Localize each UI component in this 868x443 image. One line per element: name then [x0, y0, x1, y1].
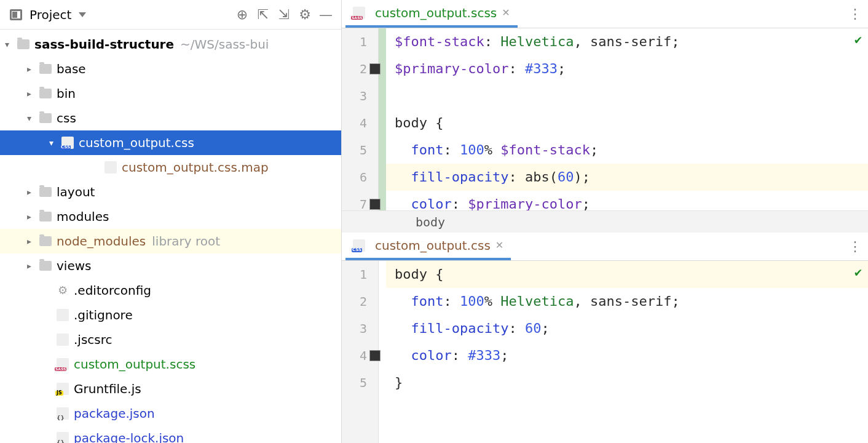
chevron-icon[interactable]: ▸	[27, 89, 36, 98]
tree-item[interactable]: ▸ Gruntfile.js	[0, 377, 341, 401]
tree-item-label: custom_output.scss	[74, 357, 195, 372]
editor-bottom[interactable]: 12345 ✔ body { font: 100% Helvetica, san…	[342, 261, 868, 443]
tree-item-label: css	[57, 111, 76, 126]
tree-item-label: node_modules	[57, 234, 146, 249]
tree-item-suffix: library root	[152, 234, 220, 249]
more-icon[interactable]: ⋮	[842, 0, 868, 28]
chevron-icon[interactable]: ▸	[27, 212, 36, 222]
project-icon	[10, 9, 22, 20]
tree-item-label: base	[57, 62, 86, 76]
tree-item[interactable]: ▸ .jscsrc	[0, 327, 341, 352]
code-line[interactable]: body {	[386, 261, 868, 288]
inspection-ok-icon[interactable]: ✔	[854, 265, 862, 279]
tree-item-label: package.json	[74, 406, 155, 421]
inspection-ok-icon[interactable]: ✔	[854, 32, 862, 47]
code-line[interactable]: $primary-color: #333;	[386, 55, 868, 82]
more-icon[interactable]: ⋮	[842, 233, 868, 260]
tree-item-label: bin	[57, 86, 76, 101]
tree-item[interactable]: ▸ node_modules library root	[0, 229, 341, 253]
tree-item[interactable]: ▸ package.json	[0, 401, 341, 426]
sidebar-header: Project ⊕ ⇱ ⇲ ⚙ —	[0, 0, 341, 30]
close-icon[interactable]: ✕	[502, 7, 510, 18]
tree-item[interactable]: ▸ base	[0, 57, 341, 81]
tree-item-label: Gruntfile.js	[74, 381, 141, 396]
json-icon	[57, 407, 69, 420]
text-icon	[57, 333, 69, 346]
code-line[interactable]: body {	[386, 110, 868, 137]
tree-item[interactable]: ▸ ⚙ .editorconfig	[0, 278, 341, 303]
tree-item[interactable]: ▾ custom_output.css	[0, 130, 341, 155]
tab-custom-output-css[interactable]: custom_output.css ✕	[345, 233, 511, 260]
chevron-icon[interactable]: ▸	[27, 236, 36, 246]
folder-icon	[39, 236, 52, 246]
code-line[interactable]: fill-opacity: abs(60);	[386, 164, 868, 191]
code-line[interactable]: color: $primary-color;	[386, 191, 868, 210]
tree-item-label: layout	[57, 185, 95, 199]
editor-tabs-bottom: custom_output.css ✕ ⋮	[342, 233, 868, 261]
settings-button[interactable]: ⚙	[296, 6, 314, 24]
sass-icon	[353, 7, 365, 19]
expand-all-button[interactable]: ⇱	[254, 6, 272, 24]
tree-item-label: views	[57, 258, 91, 273]
tree-item[interactable]: ▸ bin	[0, 81, 341, 106]
tree-item-label: .jscsrc	[74, 332, 112, 347]
tree-item-label: .editorconfig	[74, 283, 151, 298]
tree-item[interactable]: ▸ layout	[0, 180, 341, 204]
tree-item[interactable]: ▾ css	[0, 106, 341, 130]
code-area[interactable]: ✔ $font-stack: Helvetica, sans-serif;$pr…	[386, 28, 868, 210]
code-area[interactable]: ✔ body { font: 100% Helvetica, sans-seri…	[386, 261, 868, 443]
code-line[interactable]: }	[386, 369, 868, 396]
gutter: 12345	[342, 261, 379, 443]
tree-item[interactable]: ▸ modules	[0, 204, 341, 229]
js-icon	[57, 383, 69, 395]
tab-custom-output-scss[interactable]: custom_output.scss ✕	[345, 0, 518, 28]
code-line[interactable]: $font-stack: Helvetica, sans-serif;	[386, 28, 868, 55]
text-icon	[105, 161, 117, 174]
tree-root[interactable]: ▾ sass-build-structure ~/WS/sass-bui	[0, 32, 341, 57]
chevron-down-icon[interactable]	[79, 12, 86, 17]
css-icon	[61, 137, 74, 149]
text-icon	[57, 309, 69, 321]
code-line[interactable]: color: #333;	[386, 342, 868, 369]
hide-button[interactable]: —	[317, 6, 335, 24]
code-line[interactable]: font: 100% $font-stack;	[386, 137, 868, 164]
editor-top[interactable]: 12345678 ✔ $font-stack: Helvetica, sans-…	[342, 28, 868, 210]
folder-icon	[17, 39, 30, 49]
project-sidebar: Project ⊕ ⇱ ⇲ ⚙ — ▾ sass-build-structure…	[0, 0, 342, 443]
folder-icon	[39, 187, 52, 197]
breadcrumb[interactable]: body	[342, 210, 868, 233]
tree-item[interactable]: ▸ .gitignore	[0, 303, 341, 327]
tree-item[interactable]: ▸ package-lock.json	[0, 426, 341, 443]
folder-icon	[39, 113, 52, 123]
folder-icon	[39, 261, 52, 271]
code-line[interactable]	[386, 82, 868, 110]
root-path: ~/WS/sass-bui	[180, 37, 269, 52]
tree-item-label: custom_output.css	[79, 135, 194, 150]
code-line[interactable]: font: 100% Helvetica, sans-serif;	[386, 288, 868, 315]
close-icon[interactable]: ✕	[495, 239, 503, 251]
editor-area: custom_output.scss ✕ ⋮ 12345678 ✔ $font-…	[342, 0, 868, 443]
gear-icon: ⚙	[57, 284, 69, 297]
tree-item[interactable]: ▸ custom_output.css.map	[0, 155, 341, 180]
tree-item-label: custom_output.css.map	[122, 160, 269, 175]
file-tree[interactable]: ▾ sass-build-structure ~/WS/sass-bui ▸ b…	[0, 30, 341, 443]
code-line[interactable]: fill-opacity: 60;	[386, 315, 868, 342]
tab-label: custom_output.scss	[375, 6, 497, 20]
chevron-down-icon[interactable]: ▾	[5, 39, 14, 49]
tree-item-label: package-lock.json	[74, 431, 184, 443]
vcs-bar	[379, 28, 386, 210]
chevron-icon[interactable]: ▸	[27, 261, 36, 271]
locate-button[interactable]: ⊕	[233, 6, 251, 24]
tree-item-label: modules	[57, 209, 109, 224]
folder-icon	[39, 64, 52, 74]
tree-item[interactable]: ▸ views	[0, 253, 341, 278]
chevron-icon[interactable]: ▸	[27, 64, 36, 74]
tree-item[interactable]: ▸ custom_output.scss	[0, 352, 341, 377]
chevron-icon[interactable]: ▾	[49, 138, 58, 148]
chevron-icon[interactable]: ▾	[27, 113, 36, 123]
sidebar-title[interactable]: Project	[30, 7, 71, 22]
chevron-icon[interactable]: ▸	[27, 187, 36, 197]
tab-label: custom_output.css	[375, 238, 491, 253]
sass-icon	[57, 358, 69, 370]
collapse-all-button[interactable]: ⇲	[275, 6, 293, 24]
